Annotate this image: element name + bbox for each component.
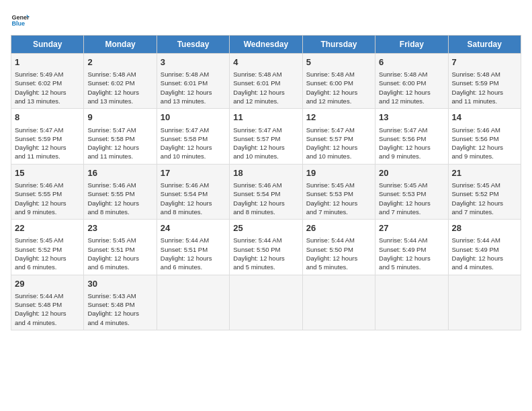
day-info: Sunrise: 5:44 AM Sunset: 5:51 PM Dayligh… xyxy=(161,236,226,271)
svg-text:Blue: Blue xyxy=(11,20,25,27)
day-info: Sunrise: 5:47 AM Sunset: 5:57 PM Dayligh… xyxy=(306,126,371,161)
day-number: 10 xyxy=(161,111,226,124)
day-info: Sunrise: 5:47 AM Sunset: 5:59 PM Dayligh… xyxy=(15,126,80,161)
day-info: Sunrise: 5:44 AM Sunset: 5:49 PM Dayligh… xyxy=(452,236,517,271)
day-number: 21 xyxy=(452,167,517,179)
day-number: 19 xyxy=(306,167,371,179)
week-row-4: 22Sunrise: 5:45 AM Sunset: 5:52 PM Dayli… xyxy=(11,220,521,275)
day-cell: 2Sunrise: 5:48 AM Sunset: 6:02 PM Daylig… xyxy=(84,54,157,109)
day-number: 28 xyxy=(452,222,517,234)
day-info: Sunrise: 5:49 AM Sunset: 6:02 PM Dayligh… xyxy=(15,70,80,105)
day-info: Sunrise: 5:46 AM Sunset: 5:54 PM Dayligh… xyxy=(233,181,298,216)
day-number: 16 xyxy=(87,167,152,179)
day-number: 22 xyxy=(15,222,80,234)
day-cell xyxy=(375,275,448,330)
day-cell: 9Sunrise: 5:47 AM Sunset: 5:58 PM Daylig… xyxy=(84,109,157,164)
logo-icon: General Blue xyxy=(11,11,30,30)
day-cell: 26Sunrise: 5:44 AM Sunset: 5:50 PM Dayli… xyxy=(302,220,375,275)
day-number: 29 xyxy=(15,278,80,290)
day-info: Sunrise: 5:45 AM Sunset: 5:53 PM Dayligh… xyxy=(379,181,444,216)
day-info: Sunrise: 5:43 AM Sunset: 5:48 PM Dayligh… xyxy=(87,291,152,327)
day-cell: 25Sunrise: 5:44 AM Sunset: 5:50 PM Dayli… xyxy=(230,220,302,275)
day-cell: 18Sunrise: 5:46 AM Sunset: 5:54 PM Dayli… xyxy=(230,164,302,219)
week-row-1: 1Sunrise: 5:49 AM Sunset: 6:02 PM Daylig… xyxy=(11,54,521,109)
day-info: Sunrise: 5:48 AM Sunset: 6:02 PM Dayligh… xyxy=(87,70,152,105)
header-cell-thursday: Thursday xyxy=(302,36,375,54)
day-cell: 17Sunrise: 5:46 AM Sunset: 5:54 PM Dayli… xyxy=(157,164,229,219)
day-cell: 1Sunrise: 5:49 AM Sunset: 6:02 PM Daylig… xyxy=(11,54,84,109)
day-info: Sunrise: 5:48 AM Sunset: 6:00 PM Dayligh… xyxy=(379,70,444,105)
day-number: 4 xyxy=(233,56,298,68)
day-number: 14 xyxy=(452,111,517,124)
header-row: SundayMondayTuesdayWednesdayThursdayFrid… xyxy=(11,36,521,54)
header-cell-sunday: Sunday xyxy=(11,36,84,54)
logo: General Blue xyxy=(11,11,30,30)
day-number: 8 xyxy=(15,111,80,124)
header-cell-wednesday: Wednesday xyxy=(230,36,302,54)
day-cell: 19Sunrise: 5:45 AM Sunset: 5:53 PM Dayli… xyxy=(302,164,375,219)
day-cell: 23Sunrise: 5:45 AM Sunset: 5:51 PM Dayli… xyxy=(84,220,157,275)
day-info: Sunrise: 5:48 AM Sunset: 6:01 PM Dayligh… xyxy=(161,70,226,105)
day-number: 13 xyxy=(379,111,444,124)
day-number: 3 xyxy=(161,56,226,68)
day-cell: 12Sunrise: 5:47 AM Sunset: 5:57 PM Dayli… xyxy=(302,109,375,164)
day-cell: 21Sunrise: 5:45 AM Sunset: 5:52 PM Dayli… xyxy=(448,164,521,219)
day-info: Sunrise: 5:47 AM Sunset: 5:57 PM Dayligh… xyxy=(233,126,298,161)
week-row-2: 8Sunrise: 5:47 AM Sunset: 5:59 PM Daylig… xyxy=(11,109,521,164)
header-cell-saturday: Saturday xyxy=(448,36,521,54)
day-cell xyxy=(448,275,521,330)
day-info: Sunrise: 5:47 AM Sunset: 5:56 PM Dayligh… xyxy=(379,126,444,161)
day-cell: 7Sunrise: 5:48 AM Sunset: 5:59 PM Daylig… xyxy=(448,54,521,109)
day-info: Sunrise: 5:46 AM Sunset: 5:54 PM Dayligh… xyxy=(161,181,226,216)
day-info: Sunrise: 5:48 AM Sunset: 6:00 PM Dayligh… xyxy=(306,70,371,105)
header-cell-tuesday: Tuesday xyxy=(157,36,229,54)
day-info: Sunrise: 5:45 AM Sunset: 5:52 PM Dayligh… xyxy=(452,181,517,216)
day-cell xyxy=(230,275,302,330)
day-number: 25 xyxy=(233,222,298,234)
day-cell: 14Sunrise: 5:46 AM Sunset: 5:56 PM Dayli… xyxy=(448,109,521,164)
day-number: 15 xyxy=(15,167,80,179)
day-info: Sunrise: 5:48 AM Sunset: 5:59 PM Dayligh… xyxy=(452,70,517,105)
day-info: Sunrise: 5:44 AM Sunset: 5:48 PM Dayligh… xyxy=(15,291,80,327)
day-number: 17 xyxy=(161,167,226,179)
day-number: 6 xyxy=(379,56,444,68)
day-cell: 4Sunrise: 5:48 AM Sunset: 6:01 PM Daylig… xyxy=(230,54,302,109)
day-number: 1 xyxy=(15,56,80,68)
day-cell: 8Sunrise: 5:47 AM Sunset: 5:59 PM Daylig… xyxy=(11,109,84,164)
day-info: Sunrise: 5:44 AM Sunset: 5:49 PM Dayligh… xyxy=(379,236,444,271)
day-info: Sunrise: 5:46 AM Sunset: 5:56 PM Dayligh… xyxy=(452,126,517,161)
day-number: 2 xyxy=(87,56,152,68)
week-row-3: 15Sunrise: 5:46 AM Sunset: 5:55 PM Dayli… xyxy=(11,164,521,219)
day-number: 5 xyxy=(306,56,371,68)
day-cell: 20Sunrise: 5:45 AM Sunset: 5:53 PM Dayli… xyxy=(375,164,448,219)
day-cell: 11Sunrise: 5:47 AM Sunset: 5:57 PM Dayli… xyxy=(230,109,302,164)
page-header: General Blue xyxy=(11,11,521,30)
calendar-table: SundayMondayTuesdayWednesdayThursdayFrid… xyxy=(11,35,521,330)
day-cell: 29Sunrise: 5:44 AM Sunset: 5:48 PM Dayli… xyxy=(11,275,84,330)
header-cell-monday: Monday xyxy=(84,36,157,54)
day-info: Sunrise: 5:47 AM Sunset: 5:58 PM Dayligh… xyxy=(161,126,226,161)
day-cell: 10Sunrise: 5:47 AM Sunset: 5:58 PM Dayli… xyxy=(157,109,229,164)
day-cell xyxy=(157,275,229,330)
day-number: 26 xyxy=(306,222,371,234)
day-cell: 30Sunrise: 5:43 AM Sunset: 5:48 PM Dayli… xyxy=(84,275,157,330)
day-info: Sunrise: 5:48 AM Sunset: 6:01 PM Dayligh… xyxy=(233,70,298,105)
day-cell: 6Sunrise: 5:48 AM Sunset: 6:00 PM Daylig… xyxy=(375,54,448,109)
day-info: Sunrise: 5:46 AM Sunset: 5:55 PM Dayligh… xyxy=(87,181,152,216)
day-number: 30 xyxy=(87,278,152,290)
day-info: Sunrise: 5:45 AM Sunset: 5:51 PM Dayligh… xyxy=(87,236,152,271)
day-cell: 5Sunrise: 5:48 AM Sunset: 6:00 PM Daylig… xyxy=(302,54,375,109)
day-number: 23 xyxy=(87,222,152,234)
day-cell xyxy=(302,275,375,330)
day-number: 27 xyxy=(379,222,444,234)
header-cell-friday: Friday xyxy=(375,36,448,54)
day-cell: 28Sunrise: 5:44 AM Sunset: 5:49 PM Dayli… xyxy=(448,220,521,275)
week-row-5: 29Sunrise: 5:44 AM Sunset: 5:48 PM Dayli… xyxy=(11,275,521,330)
day-number: 12 xyxy=(306,111,371,124)
day-number: 18 xyxy=(233,167,298,179)
day-number: 24 xyxy=(161,222,226,234)
day-info: Sunrise: 5:45 AM Sunset: 5:52 PM Dayligh… xyxy=(15,236,80,271)
day-cell: 22Sunrise: 5:45 AM Sunset: 5:52 PM Dayli… xyxy=(11,220,84,275)
day-cell: 27Sunrise: 5:44 AM Sunset: 5:49 PM Dayli… xyxy=(375,220,448,275)
day-number: 11 xyxy=(233,111,298,124)
